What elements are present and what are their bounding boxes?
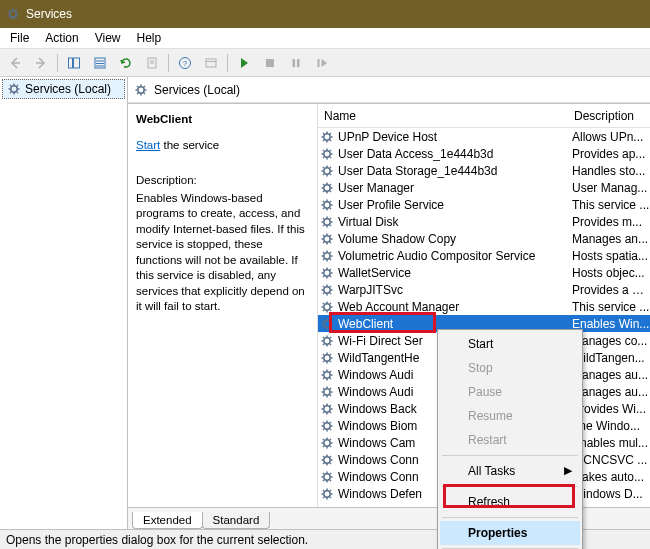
nav-forward-button[interactable]	[29, 51, 53, 75]
gear-icon	[320, 385, 334, 399]
selected-service-name: WebClient	[136, 112, 309, 128]
description-label: Description:	[136, 173, 309, 189]
service-name: Windows Conn	[338, 453, 419, 467]
tree-pane: Services (Local)	[0, 77, 128, 529]
pane-header: Services (Local)	[128, 77, 650, 103]
tab-standard[interactable]: Standard	[202, 512, 271, 529]
ctx-properties[interactable]: Properties	[440, 521, 580, 545]
ctx-pause[interactable]: Pause	[440, 380, 580, 404]
menubar: File Action View Help	[0, 28, 650, 49]
gear-icon	[320, 181, 334, 195]
cell-name: User Manager	[318, 181, 568, 195]
help-button[interactable]: ?	[173, 51, 197, 75]
service-name: Windows Audi	[338, 385, 413, 399]
svg-rect-2	[74, 58, 80, 68]
menu-action[interactable]: Action	[37, 29, 86, 47]
ctx-resume[interactable]: Resume	[440, 404, 580, 428]
gear-icon	[320, 351, 334, 365]
table-row[interactable]: Volumetric Audio Compositor ServiceHosts…	[318, 247, 650, 264]
svg-rect-14	[297, 59, 300, 67]
app-icon	[6, 7, 20, 21]
restart-service-button[interactable]	[310, 51, 334, 75]
service-name: Web Account Manager	[338, 300, 459, 314]
gear-icon	[320, 164, 334, 178]
service-name: User Profile Service	[338, 198, 444, 212]
cell-desc: Provides ap...	[568, 147, 650, 161]
cell-name: UPnP Device Host	[318, 130, 568, 144]
properties-button[interactable]	[88, 51, 112, 75]
ctx-all-tasks[interactable]: All Tasks▶	[440, 459, 580, 483]
service-name: WildTangentHe	[338, 351, 419, 365]
service-name: Wi-Fi Direct Ser	[338, 334, 423, 348]
table-row[interactable]: UPnP Device HostAllows UPn...	[318, 128, 650, 145]
menu-help[interactable]: Help	[129, 29, 170, 47]
gear-icon	[320, 453, 334, 467]
cell-desc: Provides a JI...	[568, 283, 650, 297]
cell-name: Virtual Disk	[318, 215, 568, 229]
details-panel: WebClient Start the service Description:…	[128, 104, 318, 507]
gear-icon	[320, 232, 334, 246]
gear-icon	[320, 249, 334, 263]
pause-service-button[interactable]	[284, 51, 308, 75]
table-row[interactable]: Volume Shadow CopyManages an...	[318, 230, 650, 247]
tree-item-label: Services (Local)	[25, 82, 111, 96]
table-row[interactable]: User Profile ServiceThis service ...	[318, 196, 650, 213]
ctx-restart[interactable]: Restart	[440, 428, 580, 452]
gear-icon	[320, 198, 334, 212]
service-name: WalletService	[338, 266, 411, 280]
gear-icon	[320, 487, 334, 501]
gear-icon	[320, 215, 334, 229]
nav-back-button[interactable]	[3, 51, 27, 75]
window-title: Services	[26, 7, 72, 21]
stop-service-button[interactable]	[258, 51, 282, 75]
service-name: Windows Back	[338, 402, 417, 416]
tab-extended[interactable]: Extended	[132, 512, 203, 529]
table-row[interactable]: Web Account ManagerThis service ...	[318, 298, 650, 315]
generic-button[interactable]	[199, 51, 223, 75]
ctx-stop[interactable]: Stop	[440, 356, 580, 380]
ctx-refresh[interactable]: Refresh	[440, 490, 580, 514]
service-name: Windows Biom	[338, 419, 417, 433]
description-text: Enables Windows-based programs to create…	[136, 191, 309, 315]
cell-desc: Allows UPn...	[568, 130, 650, 144]
start-service-line: Start the service	[136, 138, 309, 154]
cell-desc: Handles sto...	[568, 164, 650, 178]
show-hide-tree-button[interactable]	[62, 51, 86, 75]
gear-icon	[320, 147, 334, 161]
cell-name: User Data Storage_1e444b3d	[318, 164, 568, 178]
table-row[interactable]: User Data Storage_1e444b3dHandles sto...	[318, 162, 650, 179]
refresh-button[interactable]	[114, 51, 138, 75]
table-row[interactable]: WarpJITSvcProvides a JI...	[318, 281, 650, 298]
tree-item-services-local[interactable]: Services (Local)	[2, 79, 125, 99]
table-row[interactable]: User Data Access_1e444b3dProvides ap...	[318, 145, 650, 162]
status-text: Opens the properties dialog box for the …	[6, 533, 308, 547]
cell-desc: This service ...	[568, 198, 650, 212]
list-header: Name Description	[318, 106, 650, 128]
column-description[interactable]: Description	[568, 106, 650, 127]
column-name[interactable]: Name	[318, 106, 568, 127]
service-name: Virtual Disk	[338, 215, 398, 229]
service-name: Windows Audi	[338, 368, 413, 382]
menu-view[interactable]: View	[87, 29, 129, 47]
gear-icon	[320, 419, 334, 433]
ctx-start[interactable]: Start	[440, 332, 580, 356]
gear-icon	[320, 317, 334, 331]
service-name: User Data Access_1e444b3d	[338, 147, 493, 161]
cell-name: WarpJITSvc	[318, 283, 568, 297]
table-row[interactable]: WalletServiceHosts objec...	[318, 264, 650, 281]
service-name: User Data Storage_1e444b3d	[338, 164, 497, 178]
svg-rect-10	[206, 59, 216, 67]
table-row[interactable]: Virtual DiskProvides m...	[318, 213, 650, 230]
gear-icon	[320, 283, 334, 297]
ctx-properties-label: Properties	[468, 526, 527, 540]
context-menu: Start Stop Pause Resume Restart All Task…	[437, 329, 583, 549]
start-service-link[interactable]: Start	[136, 139, 160, 151]
gear-icon	[320, 436, 334, 450]
export-button[interactable]	[140, 51, 164, 75]
menu-file[interactable]: File	[2, 29, 37, 47]
service-name: Volume Shadow Copy	[338, 232, 456, 246]
table-row[interactable]: User ManagerUser Manag...	[318, 179, 650, 196]
service-name: User Manager	[338, 181, 414, 195]
svg-text:?: ?	[183, 59, 188, 68]
start-service-button[interactable]	[232, 51, 256, 75]
